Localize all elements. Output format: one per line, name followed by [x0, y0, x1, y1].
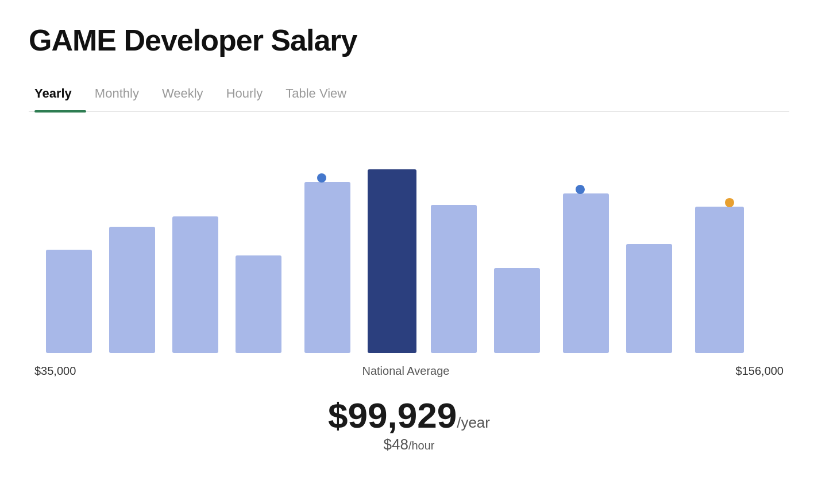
chart-axis-labels: $35,000 National Average $156,000 — [29, 365, 789, 378]
tabs-list: Yearly Monthly Weekly Hourly Table View — [29, 80, 789, 111]
tab-table-view[interactable]: Table View — [280, 80, 364, 111]
tab-monthly[interactable]: Monthly — [89, 80, 156, 111]
svg-rect-0 — [46, 250, 92, 353]
svg-rect-12 — [695, 207, 744, 353]
chart-min-label: $35,000 — [34, 365, 76, 378]
svg-point-5 — [317, 173, 326, 183]
chart-max-label: $156,000 — [736, 365, 784, 378]
tabs-container: Yearly Monthly Weekly Hourly Table View — [29, 80, 789, 112]
chart-center-label: National Average — [362, 365, 449, 378]
svg-rect-2 — [172, 216, 218, 353]
svg-rect-3 — [236, 255, 281, 353]
chart-svg — [29, 135, 789, 353]
svg-rect-7 — [431, 205, 477, 353]
tab-yearly[interactable]: Yearly — [29, 80, 89, 111]
svg-rect-8 — [494, 268, 540, 353]
salary-main-value: $99,929 — [328, 396, 457, 435]
svg-rect-4 — [304, 182, 350, 353]
svg-rect-9 — [563, 193, 609, 353]
tab-hourly[interactable]: Hourly — [221, 80, 280, 111]
salary-main-unit: /year — [457, 414, 490, 431]
salary-secondary: $48/hour — [29, 436, 789, 453]
salary-display: $99,929/year $48/hour — [29, 395, 789, 453]
svg-point-13 — [725, 198, 734, 207]
svg-rect-6 — [368, 169, 416, 353]
salary-main: $99,929/year — [29, 395, 789, 436]
tab-weekly[interactable]: Weekly — [156, 80, 221, 111]
svg-point-10 — [576, 185, 585, 194]
page-title: GAME Developer Salary — [29, 23, 789, 57]
salary-secondary-value: $48 — [384, 436, 408, 453]
svg-rect-11 — [626, 244, 672, 353]
salary-chart — [29, 135, 789, 353]
svg-rect-1 — [109, 227, 155, 353]
salary-secondary-unit: /hour — [408, 439, 435, 452]
